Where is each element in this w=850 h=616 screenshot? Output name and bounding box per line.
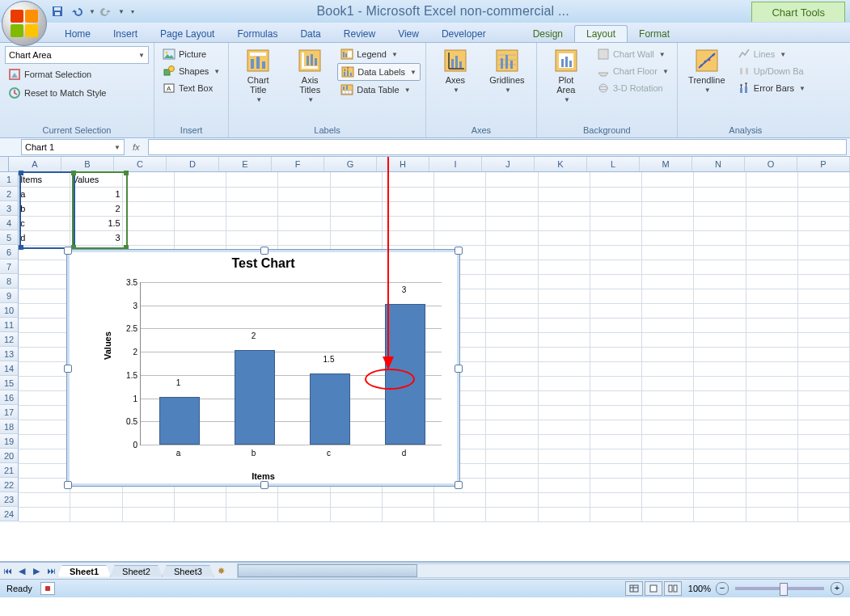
row-header[interactable]: 9 <box>0 289 19 303</box>
cell[interactable] <box>70 492 122 508</box>
cell[interactable] <box>694 405 746 420</box>
cell[interactable] <box>486 507 538 522</box>
cell[interactable] <box>746 187 798 202</box>
column-header[interactable]: E <box>219 157 272 171</box>
column-header[interactable]: K <box>535 157 587 171</box>
cell[interactable] <box>19 434 70 449</box>
cell[interactable] <box>798 172 850 188</box>
cell[interactable] <box>798 332 850 348</box>
column-header[interactable]: A <box>9 157 61 171</box>
cell[interactable] <box>694 361 746 377</box>
cell[interactable] <box>642 434 694 449</box>
column-header[interactable]: C <box>114 157 167 171</box>
cell[interactable] <box>19 245 70 260</box>
cell[interactable] <box>746 230 798 246</box>
cell[interactable] <box>694 507 746 522</box>
cell[interactable] <box>331 492 383 508</box>
cell[interactable] <box>694 274 746 289</box>
zoom-in-button[interactable]: + <box>831 582 844 595</box>
row-header[interactable]: 1 <box>0 172 19 187</box>
cell[interactable] <box>486 405 538 420</box>
cell[interactable] <box>694 172 746 188</box>
redo-button[interactable] <box>97 2 115 20</box>
cell[interactable] <box>798 245 850 260</box>
cell[interactable]: b <box>19 201 70 217</box>
cell[interactable] <box>746 507 798 522</box>
cell[interactable] <box>278 172 330 188</box>
row-header[interactable]: 23 <box>0 492 19 507</box>
cell[interactable] <box>19 478 70 493</box>
cell[interactable] <box>486 376 538 391</box>
chart-bar[interactable] <box>310 373 350 445</box>
tab-data[interactable]: Data <box>289 26 332 42</box>
cell[interactable] <box>19 347 70 362</box>
cell[interactable] <box>539 274 590 289</box>
cell[interactable] <box>539 463 590 479</box>
format-selection-button[interactable]: Format Selection <box>5 66 95 82</box>
cell[interactable] <box>746 449 798 464</box>
cell[interactable] <box>590 259 642 275</box>
cell[interactable] <box>383 507 434 522</box>
new-sheet-button[interactable]: ✸ <box>214 563 229 578</box>
cell[interactable] <box>746 259 798 275</box>
zoom-level[interactable]: 100% <box>688 584 711 593</box>
column-header[interactable]: N <box>692 157 745 171</box>
cell[interactable] <box>798 303 850 319</box>
cell[interactable] <box>539 434 590 449</box>
cell[interactable] <box>539 405 590 420</box>
cell[interactable] <box>642 318 694 333</box>
zoom-out-button[interactable]: − <box>716 582 729 595</box>
cell[interactable] <box>642 449 694 464</box>
cell[interactable] <box>590 274 642 289</box>
reset-to-match-style-button[interactable]: Reset to Match Style <box>5 85 110 101</box>
cell[interactable] <box>798 361 850 377</box>
cell[interactable] <box>123 187 175 202</box>
cell[interactable] <box>798 434 850 449</box>
first-sheet-button[interactable]: ⏮ <box>0 563 15 578</box>
cell[interactable] <box>278 216 330 231</box>
cell[interactable] <box>694 201 746 217</box>
cell[interactable] <box>746 289 798 304</box>
cell[interactable] <box>694 187 746 202</box>
cell[interactable] <box>746 463 798 479</box>
cell[interactable] <box>642 216 694 231</box>
cell[interactable]: 1 <box>70 187 122 202</box>
cell[interactable] <box>798 507 850 522</box>
cell[interactable] <box>383 172 434 188</box>
cell[interactable] <box>19 449 70 464</box>
cell[interactable] <box>226 201 278 217</box>
column-header[interactable]: B <box>61 157 114 171</box>
cell[interactable] <box>19 463 70 479</box>
cell[interactable] <box>746 492 798 508</box>
cell[interactable] <box>642 332 694 348</box>
cell[interactable] <box>123 492 175 508</box>
cell[interactable] <box>434 492 486 508</box>
chart-bar[interactable] <box>235 350 275 445</box>
chart-title[interactable]: Test Chart <box>67 256 459 271</box>
cell[interactable]: a <box>19 187 70 202</box>
embedded-chart[interactable]: Test Chart Values 00.511.522.533.51a2b1.… <box>66 249 460 487</box>
chart-element-selector[interactable]: Chart Area ▼ <box>5 46 149 64</box>
row-header[interactable]: 16 <box>0 390 19 405</box>
picture-button[interactable]: Picture <box>159 46 223 62</box>
cell[interactable] <box>539 245 590 260</box>
cell[interactable] <box>642 187 694 202</box>
chart-title-button[interactable]: Chart Title▼ <box>234 46 282 105</box>
cell[interactable] <box>798 405 850 420</box>
cell[interactable] <box>383 201 434 217</box>
cell[interactable] <box>694 332 746 348</box>
tab-layout[interactable]: Layout <box>574 25 628 42</box>
cell[interactable] <box>590 245 642 260</box>
cell[interactable] <box>331 187 383 202</box>
cell[interactable] <box>798 230 850 246</box>
chart-bar[interactable] <box>385 304 425 445</box>
cell[interactable] <box>486 187 538 202</box>
column-header[interactable]: L <box>587 157 640 171</box>
cell[interactable] <box>798 492 850 508</box>
cell[interactable] <box>434 507 486 522</box>
column-header[interactable]: I <box>429 157 482 171</box>
name-box[interactable]: Chart 1 ▼ <box>21 139 125 155</box>
cell[interactable] <box>539 187 590 202</box>
cell[interactable] <box>539 347 590 362</box>
cell[interactable]: d <box>19 230 70 246</box>
